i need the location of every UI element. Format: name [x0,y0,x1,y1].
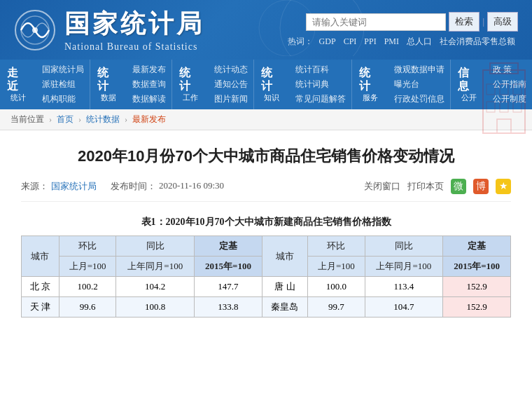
nav-link-photo[interactable]: 图片新闻 [209,92,253,107]
cell-v5: 113.4 [365,277,443,297]
nav-link-dictionary[interactable]: 统计词典 [290,77,351,92]
nav-info-big: 信息 [458,66,480,93]
nav-knowledge-big: 统计 [261,66,284,93]
nav-info-links: 政 策 公开指南 公开制度 [487,60,532,109]
logo-en: National Bureau of Statistics [64,41,204,53]
cell-v2: 104.2 [116,277,195,297]
nav-link-penalty[interactable]: 行政处罚信息 [388,92,450,107]
advanced-search-button[interactable]: 高级 [487,12,518,32]
nav-link-nbs[interactable]: 国家统计局 [36,62,90,77]
source-value: 国家统计局 [51,180,97,193]
nav-link-system[interactable]: 公开制度 [487,92,532,107]
nav-recent-small: 统计 [10,93,26,103]
hot-link-gdp[interactable]: GDP [319,36,336,46]
print-page-link[interactable]: 打印本页 [407,180,444,193]
hot-link-retail[interactable]: 社会消费品零售总额 [440,36,515,46]
article-meta: 来源： 国家统计局 发布时间： 2020-11-16 09:30 关闭窗口 打印… [21,179,511,202]
nav-work-small: 工作 [183,93,198,103]
cell-v5: 104.7 [365,297,443,318]
nav-link-micro[interactable]: 微观数据申请 [388,62,450,77]
nav-link-encyclopedia[interactable]: 统计百科 [290,62,351,77]
hot-link-pmi[interactable]: PMI [384,36,399,46]
nav-work-links: 统计动态 通知公告 图片新闻 [209,60,253,109]
cell-v6: 152.9 [443,277,511,297]
nav-link-expose[interactable]: 曝光台 [388,77,450,92]
nav-section-work: 统计 工作 统计动态 通知公告 图片新闻 [172,60,254,109]
nav-link-faq[interactable]: 常见问题解答 [290,92,351,107]
nav-info[interactable]: 信息 公开 [451,62,487,107]
th-sub-left-d: 2015年=100 [195,257,262,277]
search-divider: | [482,16,484,27]
breadcrumb-home[interactable]: 首页 [57,114,74,124]
nav-data[interactable]: 统计 数据 [90,62,127,107]
nav-data-big: 统计 [97,66,120,93]
search-area: 检索 | 高级 热词： GDP CPI PPI PMI 总人口 社会消费品零售总… [288,12,518,48]
th-city-left: 城市 [22,236,59,277]
cell-v3: 133.8 [195,297,262,318]
logo-area: 国家统计局 National Bureau of Statistics [14,7,204,53]
meta-source: 来源： 国家统计局 [21,180,97,193]
cell-v4: 99.7 [308,297,365,318]
nav-service-big: 统计 [359,66,382,93]
nav-link-latest[interactable]: 最新发布 [127,62,172,77]
table1: 城市 环比 同比 定基 城市 环比 同比 定基 上月=100 上年同月=100 … [21,235,511,318]
nav-link-notice[interactable]: 通知公告 [209,77,253,92]
site-header: 国家统计局 National Bureau of Statistics 检索 |… [0,0,532,60]
meta-actions: 关闭窗口 打印本页 微 博 ★ [364,179,511,194]
nav-link-guide[interactable]: 公开指南 [487,77,532,92]
nav-link-inspect[interactable]: 派驻检组 [36,77,90,92]
nav-section-knowledge: 统计 知识 统计百科 统计词典 常见问题解答 [254,60,353,109]
nav-info-small: 公开 [461,93,477,103]
nav-knowledge-small: 知识 [264,93,279,103]
nav-section-service: 统计 服务 微观数据申请 曝光台 行政处罚信息 [352,60,451,109]
th-sub-right-h: 上月=100 [308,257,365,277]
th-sub-right-t: 上年同月=100 [365,257,443,277]
nav-link-policy[interactable]: 政 策 [487,62,532,77]
nav-knowledge[interactable]: 统计 知识 [254,62,290,107]
logo-icon [14,9,56,51]
share-favorite-icon[interactable]: ★ [496,179,511,194]
nav-bar: 走近 统计 国家统计局 派驻检组 机构职能 统计 数据 最新发布 数据查询 [0,60,532,109]
nav-section-recent: 走近 统计 国家统计局 派驻检组 机构职能 [0,60,90,109]
meta-time: 发布时间： 2020-11-16 09:30 [111,180,224,193]
cell-v2: 100.8 [116,297,195,318]
nav-work[interactable]: 统计 工作 [172,62,209,107]
nav-data-links: 最新发布 数据查询 数据解读 [127,60,172,109]
cell-v1: 100.2 [59,277,115,297]
nav-section-data: 统计 数据 最新发布 数据查询 数据解读 [90,60,172,109]
hot-link-pop[interactable]: 总人口 [407,36,432,46]
nav-service[interactable]: 统计 服务 [352,62,388,107]
table1-title: 表1：2020年10月70个大中城市新建商品住宅销售价格指数 [21,216,511,228]
nav-link-query[interactable]: 数据查询 [127,77,172,92]
share-wechat-icon[interactable]: 微 [451,179,466,194]
hot-link-cpi[interactable]: CPI [344,36,357,46]
nav-link-interpret[interactable]: 数据解读 [127,92,172,107]
article-title: 2020年10月份70个大中城市商品住宅销售价格变动情况 [21,144,511,168]
nav-link-org[interactable]: 机构职能 [36,92,90,107]
search-button[interactable]: 检索 [449,12,479,32]
th-dingji-left: 定基 [195,236,262,257]
th-sub-left-h: 上月=100 [59,257,115,277]
article-content: 2020年10月份70个大中城市商品住宅销售价格变动情况 来源： 国家统计局 发… [0,130,532,332]
nav-recent[interactable]: 走近 统计 [0,62,36,107]
nav-knowledge-links: 统计百科 统计词典 常见问题解答 [290,60,351,109]
breadcrumb: 当前位置 › 首页 › 统计数据 › 最新发布 [0,109,532,130]
cell-city-left: 北 京 [22,277,59,297]
source-label: 来源： [21,180,48,193]
th-sub-right-d: 2015年=100 [443,257,511,277]
hot-link-ppi[interactable]: PPI [364,36,376,46]
th-dingji-right: 定基 [443,236,511,257]
nav-service-small: 服务 [363,93,378,103]
nav-recent-links: 国家统计局 派驻检组 机构职能 [36,60,90,109]
nav-work-big: 统计 [179,66,202,93]
nav-recent-big: 走近 [7,66,29,93]
cell-city-right: 秦皇岛 [262,297,307,318]
th-huanbi-right: 环比 [308,236,365,257]
breadcrumb-stats-data[interactable]: 统计数据 [86,114,120,124]
nav-link-dynamic[interactable]: 统计动态 [209,62,253,77]
th-sub-left-t: 上年同月=100 [116,257,195,277]
share-weibo-icon[interactable]: 博 [473,179,489,194]
search-input[interactable] [306,13,446,31]
close-window-link[interactable]: 关闭窗口 [364,180,400,193]
nav-data-small: 数据 [101,93,116,103]
